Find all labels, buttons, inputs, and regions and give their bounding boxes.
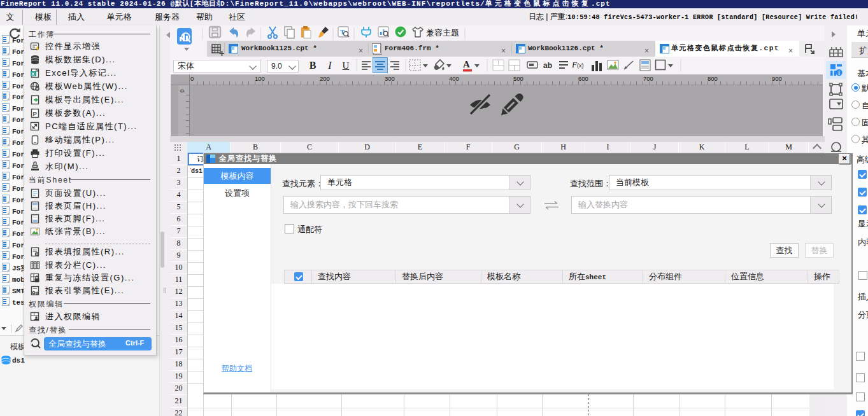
svg-text:X: X <box>31 71 34 77</box>
svg-text:A: A <box>463 59 470 69</box>
svg-text:ab: ab <box>543 61 552 70</box>
svg-text:P: P <box>33 110 38 117</box>
svg-text:(x): (x) <box>577 62 584 69</box>
